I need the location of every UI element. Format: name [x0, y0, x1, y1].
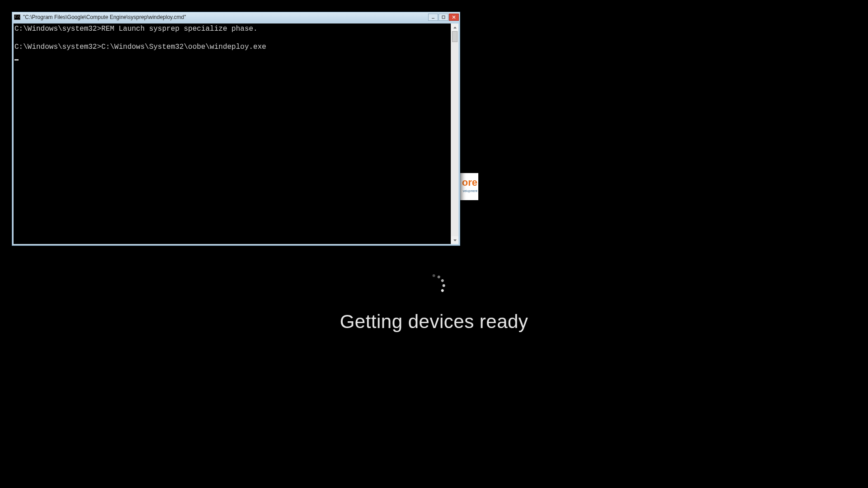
- logo-fragment-subtext: velopment: [461, 189, 477, 192]
- close-button[interactable]: [449, 14, 459, 21]
- scroll-up-button[interactable]: [451, 23, 458, 31]
- chevron-up-icon: [453, 27, 457, 28]
- console-output[interactable]: C:\Windows\system32>REM Launch sysprep s…: [14, 23, 451, 244]
- boot-status: Getting devices ready: [340, 273, 528, 333]
- window-title: "C:\Program Files\Google\Compute Engine\…: [23, 14, 428, 20]
- scroll-thumb[interactable]: [452, 31, 458, 42]
- minimize-icon: [431, 15, 435, 19]
- maximize-icon: [442, 15, 445, 19]
- text-cursor: [14, 59, 19, 61]
- loading-spinner-icon: [421, 273, 447, 298]
- background-logo-card: ore velopment: [460, 173, 478, 200]
- scroll-track[interactable]: [451, 31, 458, 236]
- client-area: C:\Windows\system32>REM Launch sysprep s…: [14, 23, 458, 244]
- close-icon: [452, 15, 456, 19]
- vertical-scrollbar[interactable]: [451, 23, 458, 244]
- titlebar[interactable]: "C:\Program Files\Google\Compute Engine\…: [12, 12, 460, 22]
- cmd-app-icon: [14, 14, 20, 20]
- maximize-button[interactable]: [439, 14, 448, 21]
- window-controls: [428, 14, 459, 21]
- svg-rect-1: [442, 16, 445, 19]
- logo-fragment-text: ore: [462, 177, 477, 188]
- command-prompt-window[interactable]: "C:\Program Files\Google\Compute Engine\…: [12, 12, 460, 246]
- chevron-down-icon: [453, 239, 457, 241]
- svg-rect-0: [432, 18, 434, 19]
- boot-status-text: Getting devices ready: [340, 311, 528, 333]
- minimize-button[interactable]: [428, 14, 438, 21]
- scroll-down-button[interactable]: [451, 236, 458, 244]
